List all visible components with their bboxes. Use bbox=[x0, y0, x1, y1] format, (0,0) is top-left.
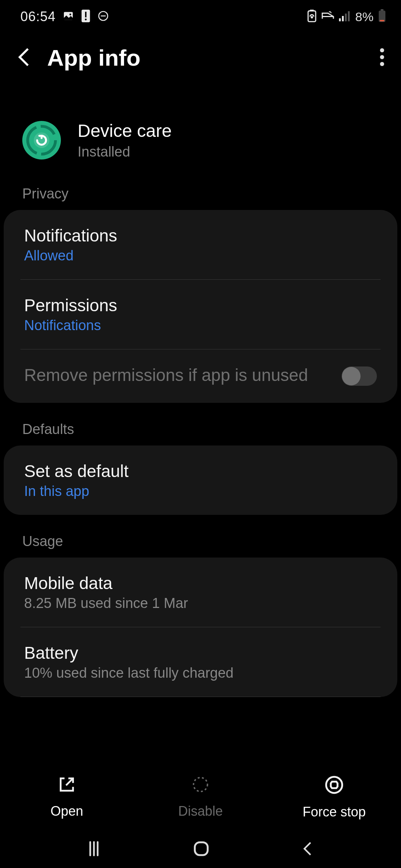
disable-label: Disable bbox=[178, 803, 223, 819]
dnd-icon bbox=[97, 10, 109, 23]
svg-point-18 bbox=[380, 55, 384, 59]
usage-card: Mobile data 8.25 MB used since 1 Mar Bat… bbox=[4, 558, 397, 697]
remove-permissions-row[interactable]: Remove permissions if app is unused bbox=[4, 349, 397, 403]
svg-rect-3 bbox=[85, 12, 87, 17]
status-bar: 06:54 8% bbox=[0, 0, 401, 30]
back-button[interactable] bbox=[17, 47, 32, 68]
svg-rect-11 bbox=[342, 16, 344, 21]
alert-icon bbox=[81, 10, 91, 24]
svg-point-17 bbox=[380, 48, 384, 52]
force-stop-icon bbox=[325, 775, 344, 796]
permissions-sub: Notifications bbox=[24, 318, 377, 333]
content-scroll: Device care Installed Privacy Notificati… bbox=[0, 111, 401, 760]
svg-point-21 bbox=[34, 132, 49, 148]
app-summary-row: Device care Installed bbox=[0, 111, 401, 182]
app-install-status: Installed bbox=[78, 144, 172, 160]
mobile-data-sub: 8.25 MB used since 1 Mar bbox=[24, 595, 377, 611]
battery-icon bbox=[378, 9, 386, 24]
section-label-usage: Usage bbox=[0, 530, 401, 558]
section-label-defaults: Defaults bbox=[0, 418, 401, 445]
divider bbox=[20, 697, 381, 697]
permissions-row[interactable]: Permissions Notifications bbox=[4, 280, 397, 349]
mobile-data-row[interactable]: Mobile data 8.25 MB used since 1 Mar bbox=[4, 558, 397, 627]
svg-point-9 bbox=[311, 17, 312, 18]
svg-rect-16 bbox=[380, 20, 385, 22]
svg-point-1 bbox=[69, 14, 71, 16]
app-name: Device care bbox=[78, 121, 172, 141]
remove-permissions-title: Remove permissions if app is unused bbox=[24, 365, 330, 385]
svg-rect-13 bbox=[348, 11, 350, 21]
recents-button[interactable] bbox=[85, 840, 103, 859]
battery-title: Battery bbox=[24, 643, 377, 663]
battery-share-icon bbox=[307, 10, 317, 24]
battery-percentage: 8% bbox=[355, 10, 374, 24]
section-label-privacy: Privacy bbox=[0, 182, 401, 210]
open-label: Open bbox=[50, 803, 83, 819]
notifications-sub: Allowed bbox=[24, 248, 377, 264]
clock-time: 06:54 bbox=[20, 9, 56, 24]
bottom-action-bar: Open Disable Force stop bbox=[0, 764, 401, 831]
battery-sub: 10% used since last fully charged bbox=[24, 665, 377, 681]
defaults-card: Set as default In this app bbox=[4, 445, 397, 515]
svg-point-4 bbox=[85, 19, 87, 20]
bed-icon bbox=[321, 11, 335, 23]
more-options-button[interactable] bbox=[380, 48, 384, 68]
battery-row[interactable]: Battery 10% used since last fully charge… bbox=[4, 627, 397, 697]
image-icon bbox=[62, 10, 74, 23]
mobile-data-title: Mobile data bbox=[24, 573, 377, 593]
remove-permissions-toggle[interactable] bbox=[342, 366, 377, 386]
app-header: App info bbox=[0, 30, 401, 82]
svg-rect-10 bbox=[339, 18, 341, 21]
svg-point-19 bbox=[380, 62, 384, 66]
back-nav-button[interactable] bbox=[300, 841, 316, 858]
svg-point-23 bbox=[326, 777, 342, 793]
privacy-card: Notifications Allowed Permissions Notifi… bbox=[4, 210, 397, 403]
disable-button[interactable]: Disable bbox=[134, 775, 267, 820]
svg-rect-12 bbox=[345, 14, 347, 22]
app-icon bbox=[22, 121, 61, 160]
signal-icon bbox=[339, 10, 351, 23]
notifications-title: Notifications bbox=[24, 226, 377, 246]
navigation-bar bbox=[0, 831, 401, 868]
page-title: App info bbox=[47, 45, 365, 71]
svg-rect-27 bbox=[195, 842, 208, 855]
svg-point-22 bbox=[193, 777, 208, 792]
svg-rect-14 bbox=[381, 9, 383, 11]
home-button[interactable] bbox=[192, 839, 211, 860]
set-as-default-title: Set as default bbox=[24, 461, 377, 481]
notifications-row[interactable]: Notifications Allowed bbox=[4, 210, 397, 279]
permissions-title: Permissions bbox=[24, 295, 377, 315]
svg-rect-8 bbox=[310, 10, 313, 11]
open-button[interactable]: Open bbox=[1, 775, 133, 820]
toggle-knob bbox=[342, 367, 361, 385]
set-as-default-row[interactable]: Set as default In this app bbox=[4, 445, 397, 515]
force-stop-button[interactable]: Force stop bbox=[268, 775, 400, 820]
disable-icon bbox=[191, 775, 210, 795]
open-icon bbox=[58, 775, 76, 795]
set-as-default-sub: In this app bbox=[24, 483, 377, 499]
force-stop-label: Force stop bbox=[303, 804, 366, 820]
